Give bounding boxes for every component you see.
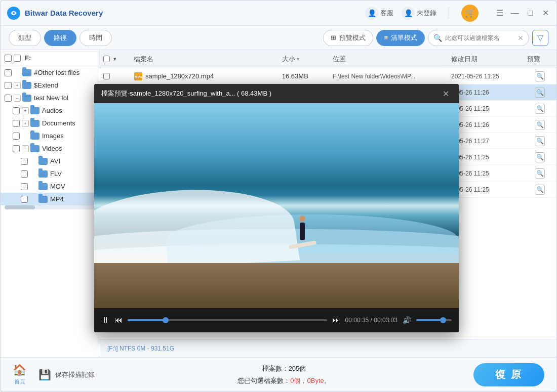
tree-item-label: #Other lost files bbox=[34, 69, 79, 76]
tree-item-checkbox[interactable] bbox=[5, 82, 12, 89]
volume-thumb[interactable] bbox=[440, 317, 446, 323]
file-preview-btn[interactable]: 🔍 bbox=[527, 168, 552, 179]
progress-fill bbox=[128, 319, 166, 321]
tree-item-label: AVI bbox=[50, 157, 60, 165]
tree-item-mov[interactable]: MOV bbox=[1, 180, 99, 193]
app-logo bbox=[7, 6, 21, 20]
horizontal-scrollbar[interactable] bbox=[5, 205, 95, 209]
preview-icon[interactable]: 🔍 bbox=[535, 136, 545, 146]
title-bar: Bitwar Data Recovery 👤 客服 👤 未登錄 🛒 ☰ — □ … bbox=[1, 1, 556, 26]
select-all-checkbox[interactable] bbox=[103, 56, 110, 62]
preview-icon[interactable]: 🔍 bbox=[535, 104, 545, 114]
volume-icon[interactable]: 🔊 bbox=[403, 316, 411, 324]
tree-item-checkbox[interactable] bbox=[13, 120, 20, 127]
window-controls: ☰ — □ ✕ bbox=[495, 8, 550, 18]
tree-select-all-checkbox[interactable] bbox=[14, 55, 21, 62]
preview-close-btn[interactable]: ✕ bbox=[440, 88, 452, 100]
tree-item-checkbox[interactable] bbox=[13, 145, 20, 152]
filter-icon: ▽ bbox=[537, 33, 543, 42]
maximize-btn[interactable]: □ bbox=[525, 9, 535, 18]
tree-item-flv[interactable]: FLV bbox=[1, 167, 99, 180]
tree-item-test-new-fol[interactable]: − test New fol bbox=[1, 92, 99, 104]
search-input[interactable] bbox=[445, 34, 514, 41]
file-preview-btn[interactable]: 🔍 bbox=[527, 152, 552, 162]
expand-icon[interactable]: − bbox=[14, 95, 21, 102]
folder-icon bbox=[38, 158, 48, 165]
folder-icon bbox=[38, 196, 48, 203]
forward-btn[interactable]: ⏭ bbox=[332, 316, 340, 325]
selected-value: 0個，0Byte bbox=[290, 377, 324, 384]
expand-icon[interactable]: + bbox=[22, 107, 29, 114]
file-date: 1-05-26 11:27 bbox=[451, 138, 527, 145]
home-btn[interactable]: 🏠 首頁 bbox=[13, 364, 26, 385]
tree-item-documents[interactable]: + Documents bbox=[1, 117, 99, 129]
minimize-btn[interactable]: — bbox=[510, 9, 520, 18]
save-scan-btn[interactable]: 💾 保存掃描記錄 bbox=[38, 369, 95, 381]
file-preview-btn[interactable]: 🔍 bbox=[527, 136, 552, 146]
drive-info-label: [F:\] NTFS 0M - 931.51G bbox=[107, 345, 174, 352]
file-preview-btn[interactable]: 🔍 bbox=[527, 185, 552, 195]
tab-path[interactable]: 路徑 bbox=[44, 30, 76, 46]
file-name: MP4 sample_1280x720.mp4 bbox=[134, 72, 282, 81]
tree-item-checkbox[interactable] bbox=[21, 170, 28, 178]
pause-btn[interactable]: ⏸ bbox=[101, 316, 109, 325]
tree-item-avi[interactable]: AVI bbox=[1, 155, 99, 167]
status-bar: 🏠 首頁 💾 保存掃描記錄 檔案數：205個 您已勾選檔案數：0個，0Byte。… bbox=[1, 357, 556, 391]
tree-item-checkbox[interactable] bbox=[5, 69, 12, 76]
tree-item-checkbox[interactable] bbox=[21, 183, 28, 190]
volume-bar[interactable] bbox=[416, 319, 452, 321]
clear-search-icon[interactable]: ✕ bbox=[518, 34, 524, 42]
login-btn[interactable]: 👤 未登錄 bbox=[402, 7, 436, 20]
restore-btn[interactable]: 復 原 bbox=[473, 363, 544, 386]
folder-icon bbox=[38, 183, 48, 190]
preview-icon[interactable]: 🔍 bbox=[535, 185, 545, 195]
tree-item-checkbox[interactable] bbox=[21, 158, 28, 165]
close-btn[interactable]: ✕ bbox=[540, 8, 550, 18]
tree-item-images[interactable]: Images bbox=[1, 129, 99, 142]
cart-btn[interactable]: 🛒 bbox=[461, 5, 479, 22]
tab-type[interactable]: 類型 bbox=[9, 30, 41, 46]
rewind-btn[interactable]: ⏮ bbox=[114, 316, 123, 325]
tree-item-checkbox[interactable] bbox=[21, 196, 28, 203]
tab-time[interactable]: 時間 bbox=[79, 30, 112, 46]
preview-icon[interactable]: 🔍 bbox=[535, 152, 545, 162]
divider bbox=[449, 7, 449, 19]
filter-btn[interactable]: ▽ bbox=[532, 30, 548, 46]
file-preview-btn[interactable]: 🔍 bbox=[527, 120, 552, 130]
tree-item-audios[interactable]: + Audios bbox=[1, 104, 99, 117]
file-preview-btn[interactable]: 🔍 bbox=[527, 104, 552, 114]
tree-item-other-lost[interactable]: #Other lost files bbox=[1, 66, 99, 79]
progress-thumb[interactable] bbox=[163, 317, 169, 323]
expand-icon[interactable]: + bbox=[22, 120, 29, 127]
tree-item-extend[interactable]: + $Extend bbox=[1, 79, 99, 92]
preview-icon[interactable]: 🔍 bbox=[535, 168, 545, 179]
tree-item-videos[interactable]: − Videos bbox=[1, 142, 99, 155]
svg-text:MP4: MP4 bbox=[135, 75, 142, 79]
hamburger-btn[interactable]: ☰ bbox=[495, 8, 505, 18]
progress-bar[interactable] bbox=[128, 319, 327, 321]
tree-item-label: Images bbox=[42, 132, 64, 140]
th-check: ▾ bbox=[103, 56, 134, 62]
view-list-btn[interactable]: ≡ 清單模式 bbox=[376, 30, 425, 46]
scroll-thumb[interactable] bbox=[5, 205, 35, 209]
file-date: 2021-05-26 11:25 bbox=[451, 73, 527, 80]
shore bbox=[94, 263, 459, 308]
expand-icon[interactable]: − bbox=[22, 145, 29, 152]
tree-item-checkbox[interactable] bbox=[13, 107, 20, 114]
tree-item-mp4[interactable]: MP4 bbox=[1, 193, 99, 205]
expand-icon[interactable]: + bbox=[14, 82, 21, 89]
tree-header-checkbox[interactable] bbox=[5, 55, 12, 62]
file-preview-btn[interactable]: 🔍 bbox=[527, 88, 552, 98]
view-preview-btn[interactable]: ⊞ 預覽模式 bbox=[323, 30, 373, 46]
row-checkbox[interactable] bbox=[103, 73, 110, 79]
preview-icon[interactable]: 🔍 bbox=[535, 71, 545, 81]
tree-item-checkbox[interactable] bbox=[5, 95, 12, 102]
tree-item-checkbox[interactable] bbox=[13, 133, 20, 140]
file-preview-btn[interactable]: 🔍 bbox=[527, 71, 552, 81]
preview-icon[interactable]: 🔍 bbox=[535, 88, 545, 98]
file-location: F:\test New folder\Videos\MP... bbox=[333, 73, 451, 80]
customer-service-btn[interactable]: 👤 客服 bbox=[365, 7, 393, 20]
preview-icon[interactable]: 🔍 bbox=[535, 120, 545, 130]
grid-icon: ⊞ bbox=[331, 34, 336, 41]
selected-info: 您已勾選檔案數：0個，0Byte。 bbox=[95, 375, 473, 386]
